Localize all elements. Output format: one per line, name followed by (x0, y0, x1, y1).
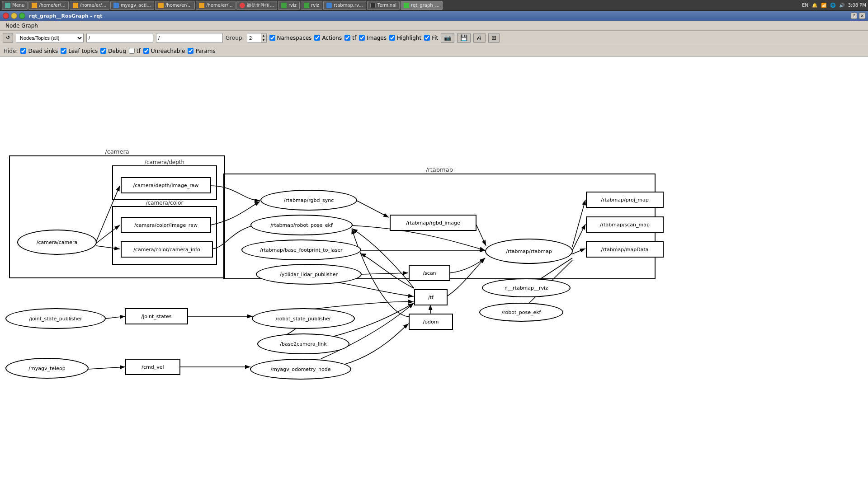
images-checkbox[interactable] (359, 35, 365, 41)
app-window: rqt_graph__RosGraph - rqt ? ✕ Node Graph… (0, 11, 868, 488)
rtabmap-icon (326, 3, 332, 8)
node-camera-depth-image-raw[interactable]: /camera/depth/Image_raw (121, 177, 211, 193)
debug-check: Debug (100, 48, 126, 54)
minimize-button[interactable] (11, 13, 17, 19)
node-rtabmap-scan-map[interactable]: /rtabmap/scan_map (586, 216, 664, 233)
save-button[interactable]: 💾 (457, 33, 471, 43)
camera-group-label: /camera (105, 148, 129, 155)
actions-label: Actions (322, 35, 342, 41)
window-title: rqt_graph__RosGraph - rqt (29, 13, 102, 19)
node-robot-pose-ekf[interactable]: /robot_pose_ekf (479, 303, 563, 322)
taskbar-home4[interactable]: /home/er/... (196, 1, 236, 10)
node-n-rtabmap-rviz[interactable]: n__rtabmap__rviz (482, 278, 571, 297)
camera-depth-label: /camera/depth (145, 159, 184, 165)
hide-bar: Hide: Dead sinks Leaf topics Debug tf Un… (0, 45, 868, 57)
app-icon (113, 3, 119, 8)
group-spinner[interactable]: ▲ ▼ (247, 33, 267, 43)
taskbar-home1[interactable]: /home/er/... (28, 1, 68, 10)
unreachable-label: Unreachable (151, 48, 185, 54)
taskbar-rviz2[interactable]: rviz (301, 1, 322, 10)
win-titlebar: rqt_graph__RosGraph - rqt ? ✕ (0, 11, 868, 21)
hide-tf-label: tf (137, 48, 141, 54)
node-camera-color-image-raw[interactable]: /camera/color/Image_raw (121, 217, 211, 233)
leaf-topics-checkbox[interactable] (61, 48, 66, 54)
params-checkbox[interactable] (188, 48, 193, 54)
svg-line-16 (88, 367, 125, 369)
node-camera-camera[interactable]: /camera/camera (17, 230, 97, 255)
taskbar: Menu /home/er/... /home/er/... myagv_act… (0, 0, 868, 11)
expand-button[interactable]: ⊞ (488, 33, 500, 43)
fit-checkbox[interactable] (424, 35, 430, 41)
spinner-up[interactable]: ▲ (261, 33, 266, 38)
node-myagv-odometry[interactable]: /myagv_odometry_node (250, 359, 351, 380)
leaf-topics-check: Leaf topics (61, 48, 98, 54)
namespaces-check: Namespaces (269, 35, 312, 41)
clock: 3:08 PM (848, 3, 866, 8)
rtabmap-group-label: /rtabmap (426, 166, 453, 173)
lang-indicator: EN (802, 3, 808, 8)
window-close-button[interactable]: ✕ (859, 13, 865, 19)
node-rtabmap-rgbd-sync[interactable]: /rtabmap/rgbd_sync (260, 190, 357, 211)
dead-sinks-checkbox[interactable] (20, 48, 26, 54)
node-joint-state-publisher[interactable]: /joint_state_publisher (5, 308, 106, 329)
taskbar-menu[interactable]: Menu (2, 1, 28, 10)
group-input[interactable] (247, 33, 261, 42)
spinner-down[interactable]: ▼ (261, 38, 266, 42)
node-rtabmap-robot-pose-ekf[interactable]: /rtabmap/robot_pose_ekf (250, 215, 353, 235)
menu-node-graph[interactable]: Node Graph (2, 22, 42, 30)
node-cmd-vel[interactable]: /cmd_vel (125, 359, 180, 375)
hide-tf-checkbox[interactable] (129, 48, 135, 54)
close-button[interactable] (3, 13, 9, 19)
unreachable-checkbox[interactable] (143, 48, 149, 54)
wifi-icon: 📶 (821, 3, 826, 8)
taskbar-rqt[interactable]: rqt_graph_... (401, 1, 443, 10)
taskbar-myagv[interactable]: myagv_acti... (110, 1, 154, 10)
wechat-icon (240, 3, 245, 8)
node-rtabmap-proj-map[interactable]: /rtabmap/proj_map (586, 192, 664, 208)
taskbar-terminal[interactable]: Terminal (367, 1, 400, 10)
taskbar-rtabmap[interactable]: rtabmap.rv... (323, 1, 366, 10)
taskbar-wechat[interactable]: 微信文件传... (236, 1, 277, 10)
images-check: Images (359, 35, 387, 41)
node-rtabmap-rtabmap[interactable]: /rtabmap/rtabmap (485, 239, 573, 264)
node-rtabmap-base-footprint-to-laser[interactable]: /rtabmap/base_footprint_to_laser (241, 239, 361, 260)
filter2-input[interactable] (156, 33, 223, 43)
nodes-dropdown[interactable]: Nodes/Topics (all) (16, 33, 84, 43)
node-tf[interactable]: /tf (414, 289, 448, 305)
taskbar-right: EN 🔔 📶 🌐 🔊 3:08 PM (802, 3, 866, 8)
help-button[interactable]: ? (851, 13, 857, 19)
node-scan[interactable]: /scan (409, 265, 450, 281)
actions-check: Actions (314, 35, 342, 41)
highlight-checkbox[interactable] (389, 35, 395, 41)
node-ydlidar[interactable]: /ydlidar_lidar_publisher (256, 264, 362, 285)
actions-checkbox[interactable] (314, 35, 320, 41)
rviz-icon (281, 3, 287, 8)
spinner-arrows: ▲ ▼ (261, 33, 266, 42)
dead-sinks-check: Dead sinks (20, 48, 58, 54)
print-button[interactable]: 🖨 (473, 33, 486, 43)
filter1-input[interactable] (86, 33, 153, 43)
tf-checkbox[interactable] (344, 35, 350, 41)
toolbar: ↺ Nodes/Topics (all) Group: ▲ ▼ Namespac… (0, 31, 868, 45)
svg-line-13 (105, 316, 125, 319)
node-joint-states[interactable]: /joint_states (125, 308, 188, 324)
node-camera-color-camera-info[interactable]: /camera/color/camera_info (121, 241, 213, 258)
node-rtabmap-rgbd-image[interactable]: /rtabmap/rgbd_image (390, 215, 476, 231)
tf-check: tf (344, 35, 356, 41)
node-myagv-teleop[interactable]: /myagv_teleop (5, 358, 89, 379)
screenshot-button[interactable]: 📷 (441, 33, 454, 43)
dead-sinks-label: Dead sinks (28, 48, 58, 54)
node-robot-state-publisher[interactable]: /robot_state_publisher (252, 308, 355, 329)
images-label: Images (367, 35, 387, 41)
rviz-icon (304, 3, 309, 8)
debug-checkbox[interactable] (100, 48, 106, 54)
refresh-button[interactable]: ↺ (3, 33, 13, 43)
maximize-button[interactable] (19, 13, 25, 19)
node-odom[interactable]: /odom (409, 314, 453, 330)
node-base2camera-link[interactable]: /base2camera_link (257, 333, 349, 354)
taskbar-home3[interactable]: /home/er/... (155, 1, 195, 10)
taskbar-rviz1[interactable]: rviz (278, 1, 300, 10)
taskbar-home2[interactable]: /home/er/... (70, 1, 109, 10)
node-rtabmap-mapdata[interactable]: /rtabmap/mapData (586, 241, 664, 258)
namespaces-checkbox[interactable] (269, 35, 275, 41)
